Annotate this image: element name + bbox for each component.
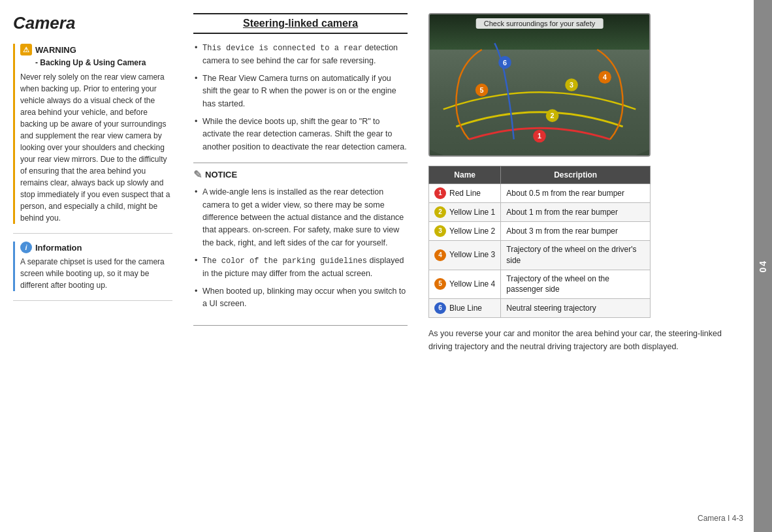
table-row: 1Red LineAbout 0.5 m from the rear bumpe…: [429, 184, 651, 203]
chapter-tab: 04: [758, 260, 768, 273]
table-cell-name-4: 4Yellow Line 3: [429, 241, 501, 270]
data-table: Name Description 1Red LineAbout 0.5 m fr…: [428, 166, 651, 318]
table-header-name: Name: [429, 166, 501, 184]
divider-1: [13, 233, 172, 234]
steering-bullet-1: This device is connected to a rear detec…: [193, 42, 408, 67]
table-cell-desc-4: Trajectory of the wheel on the driver's …: [501, 241, 651, 270]
info-box: i Information A separate chipset is used…: [13, 242, 172, 291]
svg-text:4: 4: [603, 73, 607, 81]
table-cell-desc-5: Trajectory of the wheel on the passenger…: [501, 270, 651, 299]
svg-text:1: 1: [538, 132, 541, 140]
notice-bullets: A wide-angle lens is installed as the re…: [193, 186, 408, 311]
warning-box: ⚠ WARNING - Backing Up & Using Camera Ne…: [13, 44, 172, 224]
warning-subheader: - Backing Up & Using Camera: [35, 58, 172, 67]
notice-header: ✎ NOTICE: [193, 168, 408, 181]
table-cell-name-2: 2Yellow Line 1: [429, 203, 501, 222]
steering-bullet-2: The Rear View Camera turns on automatica…: [193, 72, 408, 110]
notice-bullet-1: A wide-angle lens is installed as the re…: [193, 186, 408, 249]
table-header-description: Description: [501, 166, 651, 184]
svg-text:2: 2: [551, 112, 555, 119]
svg-text:3: 3: [570, 81, 573, 89]
middle-column: Steering-linked camera This device is co…: [183, 13, 418, 519]
table-cell-name-1: 1Red Line: [429, 184, 501, 203]
table-row: 2Yellow Line 1About 1 m from the rear bu…: [429, 203, 651, 222]
table-row: 4Yellow Line 3Trajectory of the wheel on…: [429, 241, 651, 270]
table-cell-desc-2: About 1 m from the rear bumper: [501, 203, 651, 222]
table-cell-desc-3: About 3 m from the rear bumper: [501, 222, 651, 241]
camera-header-bar: Check surroundings for your safety: [476, 18, 603, 29]
divider-2: [13, 300, 172, 301]
info-text: A separate chipset is used for the camer…: [20, 256, 172, 291]
camera-overlay-svg: 1 2 3 4 5 6: [430, 14, 649, 155]
notice-bullet-3: When booted up, blinking may occur when …: [193, 285, 408, 311]
table-cell-desc-6: Neutral steering trajectory: [501, 299, 651, 318]
warning-title: WARNING: [35, 45, 76, 55]
notice-icon: ✎: [193, 168, 202, 181]
svg-point-1: [430, 91, 649, 155]
info-title: Information: [35, 243, 82, 253]
svg-text:5: 5: [480, 86, 484, 94]
table-cell-name-5: 5Yellow Line 4: [429, 270, 501, 299]
right-column: Check surroundings for your safety: [418, 13, 754, 519]
closing-text: As you reverse your car and monitor the …: [428, 327, 743, 353]
warning-icon: ⚠: [20, 44, 32, 55]
svg-text:6: 6: [503, 59, 507, 67]
table-row: 5Yellow Line 4Trajectory of the wheel on…: [429, 270, 651, 299]
notice-title: NOTICE: [205, 170, 237, 180]
info-icon: i: [20, 242, 32, 253]
page-footer: Camera I 4-3: [698, 514, 743, 523]
side-tab: 04: [754, 0, 772, 532]
camera-image: Check surroundings for your safety: [428, 13, 651, 157]
page-title: Camera: [13, 13, 172, 33]
warning-header: ⚠ WARNING: [20, 44, 172, 55]
section-title: Steering-linked camera: [193, 13, 408, 34]
table-cell-name-3: 3Yellow Line 2: [429, 222, 501, 241]
table-cell-desc-1: About 0.5 m from the rear bumper: [501, 184, 651, 203]
table-row: 6Blue LineNeutral steering trajectory: [429, 299, 651, 318]
warning-text: Never rely solely on the rear view camer…: [20, 71, 172, 224]
table-cell-name-6: 6Blue Line: [429, 299, 501, 318]
notice-box: ✎ NOTICE A wide-angle lens is installed …: [193, 163, 408, 326]
steering-bullet-3: While the device boots up, shift the gea…: [193, 116, 408, 153]
left-column: Camera ⚠ WARNING - Backing Up & Using Ca…: [13, 13, 183, 519]
steering-bullets: This device is connected to a rear detec…: [193, 42, 408, 153]
notice-bullet-2: The color of the parking guidelines disp…: [193, 255, 408, 280]
table-row: 3Yellow Line 2About 3 m from the rear bu…: [429, 222, 651, 241]
info-header: i Information: [20, 242, 172, 253]
